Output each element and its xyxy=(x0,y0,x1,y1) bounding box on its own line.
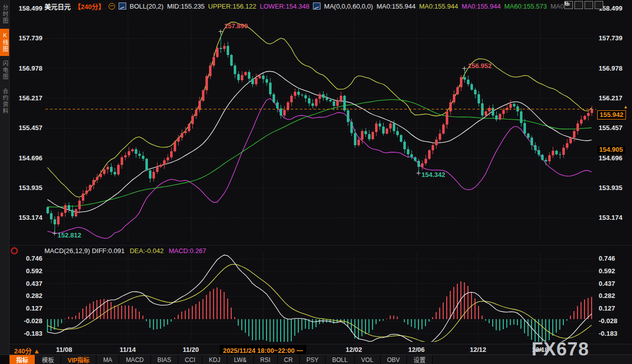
toolbar-item-设置[interactable]: 设置 xyxy=(407,355,433,364)
price-axis-label-right: 157.739 xyxy=(599,34,622,42)
macd-axis-label-right: -0.028 xyxy=(599,317,617,325)
macd-axis-label-right: 0.282 xyxy=(599,292,615,299)
toolbar-item-模板[interactable]: 模板 xyxy=(35,355,61,364)
price-axis-label-right: 154.696 xyxy=(599,154,622,162)
macd-axis-label-left: 0.127 xyxy=(11,305,42,312)
toolbar-item-BOLL[interactable]: BOLL xyxy=(326,355,355,364)
macd-axis-label-left: 0.746 xyxy=(11,255,42,262)
candlestick-macd-chart xyxy=(0,0,632,364)
price-axis-label-left: 154.696 xyxy=(11,154,42,162)
toolbar-item-VIP指标[interactable]: VIP指标 xyxy=(61,355,96,364)
price-axis-label-left: 158.499 xyxy=(11,5,42,12)
price-axis-label-right: 153.935 xyxy=(599,184,622,192)
toolbar-item-指标[interactable]: 指标 xyxy=(10,355,35,364)
symbol-title: 美元日元 xyxy=(44,2,71,11)
boll-lower-value: LOWER:154.348 xyxy=(260,3,309,10)
date-tick-11/14: 11/14 xyxy=(120,346,136,353)
toolbar-item-MACD[interactable]: MACD xyxy=(119,355,150,364)
collapse-circle-icon[interactable] xyxy=(109,3,115,10)
sidebar-tab-K线图[interactable]: K线图 xyxy=(0,29,9,56)
price-axis-label-left: 153.935 xyxy=(11,184,42,192)
low-annotation: 154.342 xyxy=(422,171,445,178)
macd-axis-label-right: 0.746 xyxy=(599,255,615,262)
ma0-value-white: MA0:155.944 xyxy=(377,3,415,10)
macd-settings-icon[interactable] xyxy=(11,248,18,254)
macd-axis-label-left: -0.028 xyxy=(11,317,42,325)
axis-scale-right-icon[interactable] xyxy=(585,1,593,9)
macd-dea-value: DEA:-0.042 xyxy=(130,247,164,255)
toolbar-item-CCI[interactable]: CCI xyxy=(178,355,202,364)
toolbar-spacer xyxy=(0,355,10,364)
ma0-value-dim: MA0: xyxy=(550,3,565,10)
macd-axis-label-right: 0.592 xyxy=(599,267,615,275)
boll-upper-value: UPPER:156.122 xyxy=(208,3,256,10)
macd-axis-label-left: -0.183 xyxy=(11,330,42,337)
low-annotation: 152.812 xyxy=(58,231,81,239)
price-axis-label-left: 153.174 xyxy=(11,214,42,221)
sidebar-tab-闪电图[interactable]: 闪电图 xyxy=(0,57,9,84)
macd-value: MACD:0.267 xyxy=(169,247,206,255)
date-tick-12/06: 12/06 xyxy=(408,346,425,353)
fx678-watermark: FX678 xyxy=(532,339,589,360)
trading-chart-app: 分时图K线图闪电图合约资料 美元日元 【240分】 BOLL(20,2) MID… xyxy=(0,0,632,364)
current-price-tag: 155.942 xyxy=(597,110,626,119)
macd-title: MACD(26,12,9) DIFF:0.091 xyxy=(44,247,125,255)
ma0-value-magenta: MA0:155.944 xyxy=(462,3,501,10)
boll-label: BOLL(20,2) xyxy=(130,3,164,10)
price-axis-label-right: 155.457 xyxy=(599,124,622,132)
price-axis-label-left: 157.739 xyxy=(11,34,42,42)
macd-axis-label-left: 0.592 xyxy=(11,267,42,275)
toolbar-item-MA[interactable]: MA xyxy=(96,355,119,364)
toolbar-item-VOL[interactable]: VOL xyxy=(355,355,381,364)
macd-header: MACD(26,12,9) DIFF:0.091 DEA:-0.042 MACD… xyxy=(44,247,206,255)
toolbar-item-LW&[interactable]: LW& xyxy=(227,355,253,364)
crosshair-icon[interactable] xyxy=(564,1,573,9)
toolbar-item-OBV[interactable]: OBV xyxy=(381,355,407,364)
toolbar-item-RSI[interactable]: RSI xyxy=(254,355,278,364)
macd-axis-label-right: -0.183 xyxy=(599,330,617,337)
selected-candle-date: 2025/11/24 18:00~22:00 一 xyxy=(220,345,306,355)
date-tick-12/02: 12/02 xyxy=(346,346,362,353)
boll-indicator-icon[interactable] xyxy=(119,3,126,10)
toolbar-item-KDJ[interactable]: KDJ xyxy=(202,355,228,364)
chart-type-sidebar: 分时图K线图闪电图合约资料 xyxy=(0,0,10,364)
price-axis-label-left: 156.978 xyxy=(11,65,42,72)
pane-divider xyxy=(9,245,632,246)
ma0-value-yellow: MA0:155.944 xyxy=(419,3,458,10)
macd-axis-label-right: 0.127 xyxy=(599,305,615,312)
price-axis-label-right: 156.978 xyxy=(599,65,622,72)
price-alert-arrow-icon[interactable]: ▲ xyxy=(623,104,628,109)
period-label[interactable]: 【240分】 xyxy=(74,2,105,11)
high-annotation: 157.890 xyxy=(224,22,248,30)
price-axis-label-left: 155.457 xyxy=(11,124,42,132)
sidebar-tab-合约资料[interactable]: 合约资料 xyxy=(0,85,9,118)
secondary-price-tag: 154.905 xyxy=(597,146,625,154)
ma-indicator-icon[interactable] xyxy=(313,3,321,10)
date-tick-11/20: 11/20 xyxy=(183,346,199,353)
indicator-header: 美元日元 【240分】 BOLL(20,2) MID:155.235 UPPER… xyxy=(44,2,566,11)
chart-tool-icons xyxy=(564,1,603,9)
toolbar-item-PSY[interactable]: PSY xyxy=(300,355,326,364)
macd-axis-label-right: 0.437 xyxy=(599,280,615,287)
macd-axis-label-left: 0.437 xyxy=(11,280,42,287)
high-annotation: 156.952 xyxy=(468,62,492,70)
collapse-pane-icon[interactable] xyxy=(595,1,603,9)
toolbar-item-CR[interactable]: CR xyxy=(278,355,300,364)
boll-mid-value: MID:155.235 xyxy=(167,3,204,10)
toolbar-item-BIAS[interactable]: BIAS xyxy=(151,355,178,364)
price-axis-label-right: 156.217 xyxy=(599,94,622,102)
price-axis-label-right: 153.174 xyxy=(599,214,622,221)
date-tick-11/08: 11/08 xyxy=(56,346,72,353)
ma-label: MA(0,0,0,60,0,0) xyxy=(324,3,373,10)
macd-axis-label-left: 0.282 xyxy=(11,292,42,299)
axis-scale-left-icon[interactable] xyxy=(574,1,583,9)
date-tick-12/12: 12/12 xyxy=(470,346,487,353)
sidebar-tab-分时图[interactable]: 分时图 xyxy=(0,1,9,28)
ma60-value: MA60:155.573 xyxy=(504,3,547,10)
price-axis-label-left: 156.217 xyxy=(11,94,42,102)
